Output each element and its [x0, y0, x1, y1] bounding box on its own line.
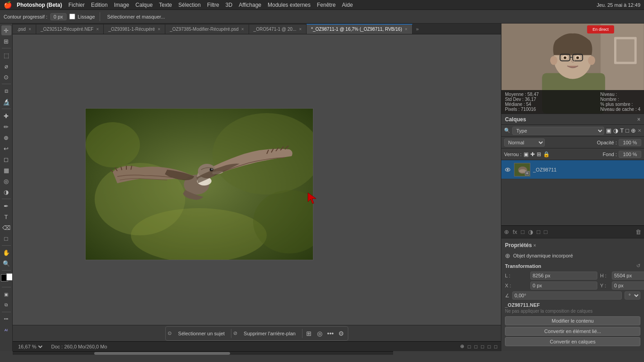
h-scrollbar-track[interactable] [94, 352, 230, 355]
layer-mask-icon[interactable]: □ [521, 229, 524, 235]
extra-tools[interactable]: ••• [1, 314, 11, 324]
bottom-icon-1[interactable]: ⊞ [304, 329, 313, 338]
pen-tool[interactable]: ✒ [1, 201, 11, 211]
eyedropper-tool[interactable]: 🔬 [1, 97, 11, 107]
layer-group-icon[interactable]: □ [537, 229, 540, 235]
properties-close[interactable]: × [533, 243, 536, 248]
zoom-select[interactable]: 16,67 % [16, 343, 44, 350]
path-tool[interactable]: ⌫ [1, 223, 11, 233]
convert-layers-button[interactable]: Convertir en calques [505, 337, 640, 346]
menu-filtre[interactable]: Filtre [207, 2, 219, 8]
layer-item-0[interactable]: ⊕ _OZ98711 [501, 160, 644, 179]
lock-icon-all[interactable]: 🔒 [543, 151, 550, 157]
angle-input[interactable] [512, 291, 622, 300]
tab-0-close[interactable]: × [29, 27, 31, 32]
status-icon-5[interactable]: □ [488, 344, 491, 349]
layer-adjust-icon[interactable]: ◑ [528, 229, 533, 235]
quick-select-tool[interactable]: ⊙ [1, 72, 11, 82]
layer-visibility-0[interactable] [504, 166, 511, 173]
tab-1[interactable]: _OZ92512-Récupéré.NEF × [36, 24, 104, 34]
layer-link-icon[interactable]: ⊕ [504, 229, 509, 235]
menu-image[interactable]: Image [114, 2, 129, 8]
layer-icon-shape[interactable]: □ [625, 127, 629, 134]
lock-icon-pos[interactable]: ✚ [530, 151, 535, 157]
dodge-tool[interactable]: ◑ [1, 187, 11, 197]
artboard-tool[interactable]: ⊞ [1, 36, 11, 46]
history-brush-tool[interactable]: ↩ [1, 143, 11, 153]
menu-modules[interactable]: Modules externes [268, 2, 311, 8]
layer-add-icon[interactable]: □ [544, 229, 548, 235]
clone-tool[interactable]: ⊕ [1, 133, 11, 143]
lock-icon-pixels[interactable]: ▣ [524, 151, 529, 157]
menu-3d[interactable]: 3D [226, 2, 232, 8]
move-tool[interactable]: ✛ [1, 25, 11, 35]
text-tool[interactable]: T [1, 212, 11, 222]
brush-tool[interactable]: ✏ [1, 122, 11, 132]
bottom-icon-2[interactable]: ◎ [315, 329, 324, 338]
layer-fx-icon[interactable]: fx [513, 229, 517, 235]
layer-icon-text[interactable]: T [620, 127, 624, 134]
edit-content-button[interactable]: Modifier le contenu [505, 316, 640, 325]
layer-icon-smart[interactable]: ⊕ [631, 127, 636, 134]
menu-texte[interactable]: Texte [159, 2, 172, 8]
shape-tool[interactable]: □ [1, 233, 11, 243]
menu-edition[interactable]: Edition [91, 2, 108, 8]
eraser-tool[interactable]: ◻ [1, 154, 11, 164]
convert-linked-button[interactable]: Convertir en élément lié... [505, 327, 640, 336]
tab-3-close[interactable]: × [241, 27, 244, 32]
healing-tool[interactable]: ✚ [1, 111, 11, 121]
apple-menu[interactable]: 🍎 [4, 1, 12, 9]
menu-fenetre[interactable]: Fenêtre [317, 2, 336, 8]
quick-mask-tool[interactable]: ▣ [1, 289, 11, 299]
lock-icon-artboard[interactable]: ⊞ [537, 151, 541, 157]
fill-input[interactable] [619, 151, 641, 158]
canvas-content[interactable] [13, 34, 501, 325]
layer-icon-adjust[interactable]: ◑ [613, 127, 618, 134]
ai-tools[interactable]: AI [1, 325, 11, 335]
angle-unit-select[interactable]: ° [625, 291, 640, 300]
tab-2[interactable]: _OZ93981-1-Récupéré × [104, 24, 165, 34]
lissage-checkbox[interactable] [69, 14, 75, 19]
tab-0[interactable]: .psd × [13, 24, 36, 34]
select-subject-button[interactable]: Sélectionner un sujet [173, 328, 229, 339]
zoom-tool[interactable]: 🔍 [1, 258, 11, 268]
tab-5[interactable]: *_OZ98711-1 @ 16,7% (_OZ98711, RVB/16) × [307, 24, 412, 34]
tab-4-close[interactable]: × [299, 27, 302, 32]
tab-3[interactable]: _OZ97385-Modifier-Récupéré.psd × [165, 24, 249, 34]
layer-delete-icon[interactable]: 🗑 [635, 229, 641, 235]
marquee-tool[interactable]: ⬚ [1, 50, 11, 60]
tab-2-close[interactable]: × [158, 27, 160, 32]
y-input[interactable] [612, 281, 644, 290]
tab-1-close[interactable]: × [96, 27, 99, 32]
layers-panel-collapse[interactable]: × [637, 116, 640, 123]
hand-tool[interactable]: ✋ [1, 248, 11, 257]
x-input[interactable] [530, 281, 597, 290]
status-icon-3[interactable]: □ [474, 344, 477, 349]
gradient-tool[interactable]: ▦ [1, 165, 11, 175]
menu-affichage[interactable]: Affichage [239, 2, 261, 8]
select-mask-button[interactable]: Sélectionner et masquer... [105, 13, 168, 20]
blend-mode-select[interactable]: Normal [504, 138, 545, 147]
status-icon-4[interactable]: □ [481, 344, 484, 349]
status-icon-2[interactable]: □ [468, 344, 471, 349]
l-input[interactable] [530, 272, 597, 280]
layer-type-select[interactable]: Type [512, 127, 604, 135]
status-icon-6[interactable]: □ [494, 344, 497, 349]
menu-aide[interactable]: Aide [342, 2, 353, 8]
h-input[interactable] [612, 272, 644, 280]
opacity-input[interactable] [619, 139, 641, 146]
layer-icon-pixel[interactable]: ▣ [606, 127, 611, 134]
contour-value-input[interactable] [50, 13, 67, 20]
blur-tool[interactable]: ◎ [1, 176, 11, 186]
remove-bg-button[interactable]: Supprimer l'arrière-plan [239, 328, 300, 339]
reset-transform-icon[interactable]: ↺ [636, 263, 640, 269]
tab-5-close[interactable]: × [405, 27, 408, 32]
status-icon-1[interactable]: ⊕ [460, 343, 464, 349]
tabs-overflow[interactable]: » [413, 24, 423, 34]
lasso-tool[interactable]: ⌀ [1, 61, 11, 71]
layer-icon-filter[interactable]: ✕ [638, 128, 641, 133]
bottom-icon-3[interactable]: ••• [326, 329, 335, 338]
menu-selection[interactable]: Sélection [178, 2, 201, 8]
background-color[interactable] [6, 273, 13, 281]
tab-4[interactable]: _ORO5471-1 @ 20... × [249, 24, 307, 34]
